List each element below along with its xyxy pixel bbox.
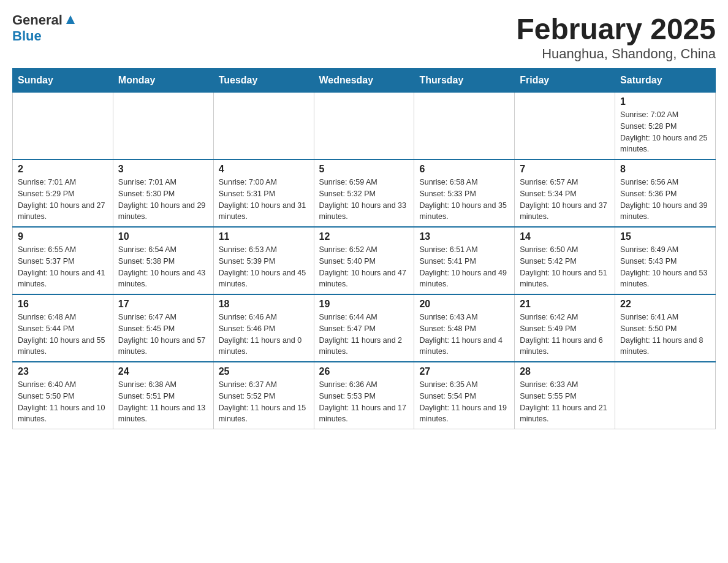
calendar-cell: 10Sunrise: 6:54 AMSunset: 5:38 PMDayligh… [113,227,213,294]
day-info: Sunrise: 6:56 AMSunset: 5:36 PMDaylight:… [620,177,710,223]
day-number: 24 [118,366,208,377]
calendar-cell: 23Sunrise: 6:40 AMSunset: 5:50 PMDayligh… [13,362,113,429]
calendar-cell: 19Sunrise: 6:44 AMSunset: 5:47 PMDayligh… [314,294,414,362]
calendar-cell: 12Sunrise: 6:52 AMSunset: 5:40 PMDayligh… [314,227,414,294]
calendar-week-row: 1Sunrise: 7:02 AMSunset: 5:28 PMDaylight… [13,93,716,160]
day-number: 26 [319,366,409,377]
calendar-table: SundayMondayTuesdayWednesdayThursdayFrid… [12,68,716,429]
calendar-week-row: 23Sunrise: 6:40 AMSunset: 5:50 PMDayligh… [13,362,716,429]
day-number: 3 [118,164,208,175]
calendar-cell [515,93,615,160]
logo-general: General [12,12,63,28]
day-info: Sunrise: 7:02 AMSunset: 5:28 PMDaylight:… [620,109,710,155]
day-number: 15 [620,231,710,242]
calendar-cell [113,93,213,160]
calendar-cell: 8Sunrise: 6:56 AMSunset: 5:36 PMDaylight… [615,159,716,227]
calendar-title: February 2025 [516,12,716,46]
day-info: Sunrise: 7:00 AMSunset: 5:31 PMDaylight:… [219,177,309,223]
calendar-cell: 5Sunrise: 6:59 AMSunset: 5:32 PMDaylight… [314,159,414,227]
day-number: 9 [18,231,108,242]
day-number: 23 [18,366,108,377]
day-number: 8 [620,164,710,175]
day-number: 2 [18,164,108,175]
calendar-cell: 15Sunrise: 6:49 AMSunset: 5:43 PMDayligh… [615,227,716,294]
day-number: 27 [419,366,509,377]
day-info: Sunrise: 6:59 AMSunset: 5:32 PMDaylight:… [319,177,409,223]
day-info: Sunrise: 6:54 AMSunset: 5:38 PMDaylight:… [118,244,208,290]
day-number: 22 [620,299,710,310]
day-info: Sunrise: 6:52 AMSunset: 5:40 PMDaylight:… [319,244,409,290]
calendar-cell [213,93,314,160]
day-number: 5 [319,164,409,175]
header-friday: Friday [515,69,615,93]
calendar-cell: 2Sunrise: 7:01 AMSunset: 5:29 PMDaylight… [13,159,113,227]
day-number: 28 [520,366,610,377]
calendar-week-row: 16Sunrise: 6:48 AMSunset: 5:44 PMDayligh… [13,294,716,362]
day-number: 14 [520,231,610,242]
calendar-cell [314,93,414,160]
calendar-cell [13,93,113,160]
day-info: Sunrise: 6:48 AMSunset: 5:44 PMDaylight:… [18,312,108,358]
day-info: Sunrise: 6:41 AMSunset: 5:50 PMDaylight:… [620,312,710,358]
calendar-cell: 28Sunrise: 6:33 AMSunset: 5:55 PMDayligh… [515,362,615,429]
header-tuesday: Tuesday [213,69,314,93]
day-info: Sunrise: 6:49 AMSunset: 5:43 PMDaylight:… [620,244,710,290]
calendar-subtitle: Huanghua, Shandong, China [516,46,716,62]
day-info: Sunrise: 7:01 AMSunset: 5:29 PMDaylight:… [18,177,108,223]
calendar-cell: 7Sunrise: 6:57 AMSunset: 5:34 PMDaylight… [515,159,615,227]
calendar-cell: 16Sunrise: 6:48 AMSunset: 5:44 PMDayligh… [13,294,113,362]
day-info: Sunrise: 6:43 AMSunset: 5:48 PMDaylight:… [419,312,509,358]
calendar-cell: 21Sunrise: 6:42 AMSunset: 5:49 PMDayligh… [515,294,615,362]
day-number: 17 [118,299,208,310]
day-number: 16 [18,299,108,310]
day-number: 11 [219,231,309,242]
calendar-cell: 26Sunrise: 6:36 AMSunset: 5:53 PMDayligh… [314,362,414,429]
calendar-cell: 17Sunrise: 6:47 AMSunset: 5:45 PMDayligh… [113,294,213,362]
day-info: Sunrise: 6:51 AMSunset: 5:41 PMDaylight:… [419,244,509,290]
calendar-cell: 24Sunrise: 6:38 AMSunset: 5:51 PMDayligh… [113,362,213,429]
title-block: February 2025 Huanghua, Shandong, China [516,12,716,62]
calendar-week-row: 2Sunrise: 7:01 AMSunset: 5:29 PMDaylight… [13,159,716,227]
day-info: Sunrise: 6:57 AMSunset: 5:34 PMDaylight:… [520,177,610,223]
day-info: Sunrise: 6:44 AMSunset: 5:47 PMDaylight:… [319,312,409,358]
svg-marker-0 [66,15,75,24]
day-info: Sunrise: 6:53 AMSunset: 5:39 PMDaylight:… [219,244,309,290]
day-info: Sunrise: 6:35 AMSunset: 5:54 PMDaylight:… [419,379,509,425]
calendar-cell: 25Sunrise: 6:37 AMSunset: 5:52 PMDayligh… [213,362,314,429]
calendar-cell: 22Sunrise: 6:41 AMSunset: 5:50 PMDayligh… [615,294,716,362]
calendar-week-row: 9Sunrise: 6:55 AMSunset: 5:37 PMDaylight… [13,227,716,294]
calendar-cell: 1Sunrise: 7:02 AMSunset: 5:28 PMDaylight… [615,93,716,160]
day-number: 19 [319,299,409,310]
logo: General Blue [12,12,77,44]
day-number: 1 [620,96,710,107]
day-number: 4 [219,164,309,175]
header-monday: Monday [113,69,213,93]
header-thursday: Thursday [414,69,515,93]
day-number: 12 [319,231,409,242]
calendar-cell [615,362,716,429]
day-info: Sunrise: 6:33 AMSunset: 5:55 PMDaylight:… [520,379,610,425]
calendar-cell: 18Sunrise: 6:46 AMSunset: 5:46 PMDayligh… [213,294,314,362]
header-wednesday: Wednesday [314,69,414,93]
day-info: Sunrise: 6:55 AMSunset: 5:37 PMDaylight:… [18,244,108,290]
header-saturday: Saturday [615,69,716,93]
calendar-cell: 14Sunrise: 6:50 AMSunset: 5:42 PMDayligh… [515,227,615,294]
calendar-cell: 9Sunrise: 6:55 AMSunset: 5:37 PMDaylight… [13,227,113,294]
day-info: Sunrise: 7:01 AMSunset: 5:30 PMDaylight:… [118,177,208,223]
calendar-cell [414,93,515,160]
calendar-cell: 3Sunrise: 7:01 AMSunset: 5:30 PMDaylight… [113,159,213,227]
day-info: Sunrise: 6:40 AMSunset: 5:50 PMDaylight:… [18,379,108,425]
day-info: Sunrise: 6:38 AMSunset: 5:51 PMDaylight:… [118,379,208,425]
day-number: 21 [520,299,610,310]
day-number: 25 [219,366,309,377]
calendar-header-row: SundayMondayTuesdayWednesdayThursdayFrid… [13,69,716,93]
day-number: 13 [419,231,509,242]
day-info: Sunrise: 6:37 AMSunset: 5:52 PMDaylight:… [219,379,309,425]
day-number: 18 [219,299,309,310]
calendar-cell: 4Sunrise: 7:00 AMSunset: 5:31 PMDaylight… [213,159,314,227]
logo-triangle-icon [64,13,77,26]
calendar-cell: 11Sunrise: 6:53 AMSunset: 5:39 PMDayligh… [213,227,314,294]
day-info: Sunrise: 6:46 AMSunset: 5:46 PMDaylight:… [219,312,309,358]
calendar-cell: 13Sunrise: 6:51 AMSunset: 5:41 PMDayligh… [414,227,515,294]
logo-blue: Blue [12,28,42,44]
